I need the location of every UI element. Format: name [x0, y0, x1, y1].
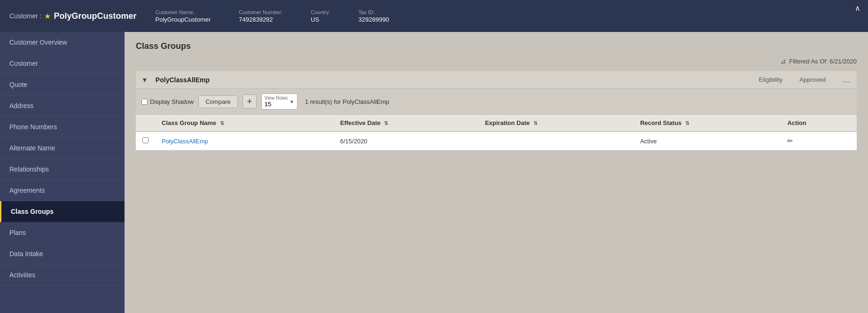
field-value-customer-name: PolyGroupCustomer	[156, 16, 211, 23]
table-header-action: Action	[781, 115, 857, 132]
class-group-name-link[interactable]: PolyClassAllEmp	[162, 138, 208, 145]
sidebar-item-plans[interactable]: Plans	[0, 222, 125, 243]
table-row: PolyClassAllEmp 6/15/2020 Active ✏	[136, 132, 857, 150]
row-action-cell: ✏	[781, 132, 857, 150]
sidebar-item-quote[interactable]: Quote	[0, 74, 125, 95]
filter-bar: ⊿ Filtered As Of: 6/21/2020	[136, 57, 857, 65]
row-class-group-name-cell: PolyClassAllEmp	[155, 132, 334, 150]
result-count: 1 result(s) for PolyClassAllEmp	[305, 98, 389, 105]
group-more-options-button[interactable]: ...	[843, 75, 851, 85]
sort-icon-record-status[interactable]: ⇅	[685, 120, 689, 126]
main-content: Class Groups ⊿ Filtered As Of: 6/21/2020…	[125, 32, 868, 313]
top-header: Customer : ★ PolyGroupCustomer Customer …	[0, 0, 868, 32]
group-badge-approved: Approved	[799, 76, 826, 83]
page-title: Class Groups	[136, 41, 857, 51]
field-value-country: US	[311, 16, 330, 23]
sort-icon-class-group-name[interactable]: ⇅	[220, 120, 224, 126]
table-header-class-group-name: Class Group Name ⇅	[155, 115, 334, 132]
sidebar-item-data-intake[interactable]: Data Intake	[0, 243, 125, 265]
sidebar-item-agreements[interactable]: Agreements	[0, 180, 125, 201]
table-header-effective-date: Effective Date ⇅	[334, 115, 478, 132]
sidebar-item-phone-numbers[interactable]: Phone Numbers	[0, 117, 125, 138]
edit-icon[interactable]: ✏	[787, 137, 793, 145]
sort-icon-effective-date[interactable]: ⇅	[384, 120, 388, 126]
sidebar-item-relationships[interactable]: Relationships	[0, 159, 125, 180]
row-checkbox[interactable]	[142, 137, 149, 143]
display-shadow-label: Display Shadow	[150, 98, 194, 105]
header-field-customer-name: Customer Name: PolyGroupCustomer	[156, 9, 211, 23]
view-rows-select[interactable]: View Rows 15 ▼	[261, 94, 297, 110]
display-shadow-checkbox-label[interactable]: Display Shadow	[141, 98, 194, 105]
row-expiration-date-cell	[478, 132, 633, 150]
collapse-button[interactable]: ∧	[855, 4, 860, 13]
table-header-expiration-date: Expiration Date ⇅	[478, 115, 633, 132]
row-record-status-cell: Active	[633, 132, 781, 150]
group-name: PolyClassAllEmp	[156, 76, 751, 84]
controls-row: Display Shadow Compare + View Rows 15 ▼ …	[136, 89, 857, 115]
sidebar-item-activities[interactable]: Activities	[0, 265, 125, 286]
filter-icon: ⊿	[780, 57, 786, 65]
view-rows-chevron-icon: ▼	[289, 99, 294, 104]
view-rows-value: 15	[265, 101, 288, 108]
sort-icon-expiration-date[interactable]: ⇅	[533, 120, 538, 126]
customer-label: Customer :	[9, 12, 41, 20]
display-shadow-checkbox[interactable]	[141, 99, 148, 105]
compare-button[interactable]: Compare	[198, 95, 237, 108]
row-effective-date-cell: 6/15/2020	[334, 132, 478, 150]
class-groups-table: Class Group Name ⇅ Effective Date ⇅ Expi…	[136, 115, 857, 150]
table-header-row: Class Group Name ⇅ Effective Date ⇅ Expi…	[136, 115, 857, 132]
header-field-tax-id: Tax ID: 329289990	[359, 9, 389, 23]
row-checkbox-cell	[136, 132, 155, 150]
header-fields: Customer Name: PolyGroupCustomer Custome…	[156, 9, 859, 23]
header-field-customer-number: Customer Number: 7492839292	[239, 9, 282, 23]
sidebar-item-alternate-name[interactable]: Alternate Name	[0, 138, 125, 159]
app-body: Customer Overview Customer Quote Address…	[0, 32, 868, 313]
field-value-tax-id: 329289990	[359, 16, 389, 23]
sidebar: Customer Overview Customer Quote Address…	[0, 32, 125, 313]
sidebar-item-customer[interactable]: Customer	[0, 53, 125, 74]
header-customer-name: PolyGroupCustomer	[54, 11, 136, 21]
group-row: ▼ PolyClassAllEmp Eligibility Approved .…	[136, 71, 857, 89]
field-label-tax-id: Tax ID:	[359, 9, 389, 15]
group-chevron-icon[interactable]: ▼	[141, 76, 148, 84]
table-header-record-status: Record Status ⇅	[633, 115, 781, 132]
sidebar-item-customer-overview[interactable]: Customer Overview	[0, 32, 125, 53]
field-label-customer-number: Customer Number:	[239, 9, 282, 15]
field-label-country: Country:	[311, 9, 330, 15]
field-label-customer-name: Customer Name:	[156, 9, 211, 15]
table-header-checkbox	[136, 115, 155, 132]
add-button[interactable]: +	[242, 94, 257, 109]
sidebar-item-class-groups[interactable]: Class Groups	[0, 201, 125, 222]
header-field-country: Country: US	[311, 9, 330, 23]
group-badge-eligibility: Eligibility	[759, 76, 783, 83]
filter-label: Filtered As Of: 6/21/2020	[789, 58, 857, 65]
sidebar-item-address[interactable]: Address	[0, 95, 125, 117]
star-icon: ★	[44, 12, 51, 21]
view-rows-label: View Rows	[265, 95, 288, 101]
field-value-customer-number: 7492839292	[239, 16, 282, 23]
